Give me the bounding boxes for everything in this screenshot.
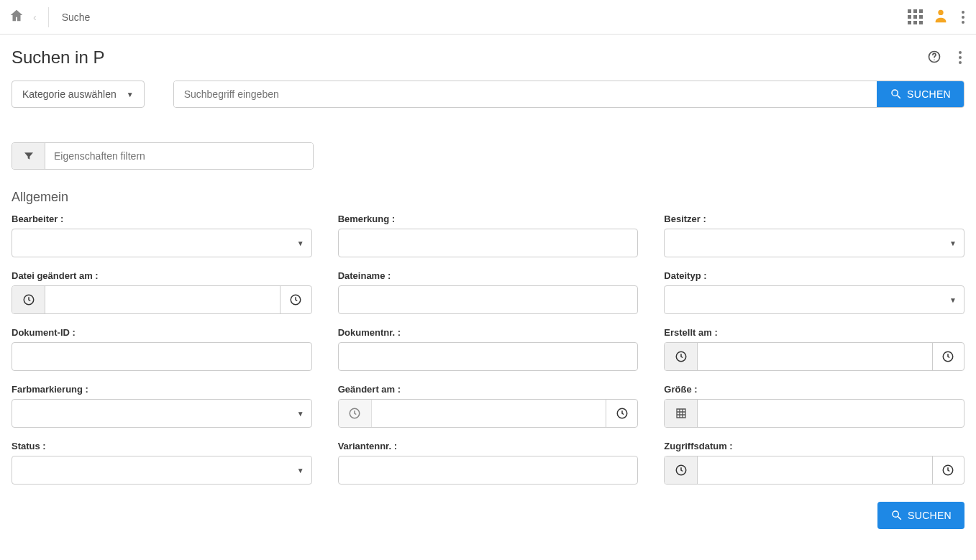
clock-picker-icon[interactable] (932, 456, 964, 484)
field-dateityp: Dateityp : ▼ (664, 270, 964, 314)
more-menu-icon[interactable] (959, 8, 967, 27)
control-besitzer[interactable]: ▼ (664, 229, 964, 257)
field-dokumentnr: Dokumentnr. : (338, 327, 639, 371)
svg-point-0 (938, 10, 943, 15)
input-bemerkung[interactable] (339, 229, 638, 257)
field-erstellt-am: Erstellt am : (664, 327, 964, 371)
back-icon[interactable]: ‹ (30, 12, 40, 23)
control-bemerkung[interactable] (338, 229, 639, 257)
label-datei-geaendert-am: Datei geändert am : (12, 270, 312, 281)
control-variantennr[interactable] (338, 456, 639, 485)
field-zugriffsdatum: Zugriffsdatum : (664, 441, 964, 485)
input-variantennr[interactable] (339, 456, 638, 484)
user-icon[interactable] (933, 8, 949, 26)
field-bemerkung: Bemerkung : (338, 214, 639, 257)
input-dateiname[interactable] (339, 286, 638, 313)
clock-picker-icon[interactable] (606, 400, 637, 427)
caret-down-icon[interactable]: ▼ (942, 286, 964, 313)
input-farbmarkierung[interactable] (12, 400, 290, 427)
label-farbmarkierung: Farbmarkierung : (12, 384, 312, 395)
label-variantennr: Variantennr. : (338, 441, 639, 451)
field-dokument-id: Dokument-ID : (12, 327, 312, 371)
field-dateiname: Dateiname : (338, 270, 639, 314)
search-button-label: SUCHEN (907, 88, 951, 100)
category-select[interactable]: Kategorie auswählen ▼ (12, 81, 145, 108)
input-besitzer[interactable] (665, 229, 942, 257)
input-dokument-id[interactable] (12, 343, 311, 370)
control-dateiname[interactable] (338, 285, 639, 314)
caret-down-icon[interactable]: ▼ (942, 229, 964, 257)
control-datei-geaendert-am[interactable] (12, 285, 312, 314)
control-dokumentnr[interactable] (338, 342, 639, 371)
clock-icon[interactable] (665, 456, 698, 484)
clock-icon (339, 400, 372, 427)
label-bearbeiter: Bearbeiter : (12, 214, 312, 224)
top-bar: ‹ Suche (0, 0, 976, 35)
filter-icon[interactable] (12, 143, 45, 169)
label-groesse: Größe : (664, 384, 964, 395)
label-besitzer: Besitzer : (664, 214, 964, 224)
control-geaendert-am[interactable] (338, 399, 639, 428)
caret-down-icon[interactable]: ▼ (290, 456, 311, 484)
clock-icon[interactable] (665, 343, 698, 370)
section-allgemein: Allgemein Bearbeiter : ▼ Bemerkung : Bes… (0, 175, 976, 490)
filter-input[interactable] (45, 143, 313, 169)
input-status[interactable] (12, 456, 290, 484)
input-erstellt-am[interactable] (698, 343, 932, 370)
filter-group (12, 142, 314, 170)
input-zugriffsdatum[interactable] (698, 456, 932, 484)
search-button[interactable]: SUCHEN (877, 81, 964, 107)
field-groesse: Größe : (664, 384, 964, 428)
table-icon[interactable] (665, 400, 698, 427)
search-row: Kategorie auswählen ▼ SUCHEN (0, 70, 976, 114)
section-title: Allgemein (12, 190, 964, 205)
field-datei-geaendert-am: Datei geändert am : (12, 270, 312, 314)
field-bearbeiter: Bearbeiter : ▼ (12, 214, 312, 257)
input-groesse[interactable] (698, 400, 964, 427)
divider (48, 7, 49, 27)
caret-down-icon[interactable]: ▼ (290, 400, 311, 427)
clock-picker-icon[interactable] (280, 286, 311, 313)
search-button-bottom-label: SUCHEN (908, 510, 952, 521)
label-erstellt-am: Erstellt am : (664, 327, 964, 338)
home-icon[interactable] (9, 8, 24, 26)
caret-down-icon[interactable]: ▼ (290, 229, 311, 257)
label-geaendert-am: Geändert am : (338, 384, 639, 395)
control-status[interactable]: ▼ (12, 456, 312, 485)
category-label: Kategorie auswählen (22, 88, 117, 100)
input-dateityp[interactable] (665, 286, 942, 313)
page-header: Suchen in P (0, 35, 976, 70)
control-erstellt-am[interactable] (664, 342, 964, 371)
clock-picker-icon[interactable] (932, 343, 964, 370)
page-more-icon[interactable] (956, 48, 964, 67)
control-farbmarkierung[interactable]: ▼ (12, 399, 312, 428)
field-geaendert-am: Geändert am : (338, 384, 639, 428)
label-status: Status : (12, 441, 312, 451)
input-datei-geaendert-am[interactable] (45, 286, 280, 313)
field-variantennr: Variantennr. : (338, 441, 639, 485)
control-bearbeiter[interactable]: ▼ (12, 229, 312, 257)
control-dateityp[interactable]: ▼ (664, 285, 964, 314)
field-status: Status : ▼ (12, 441, 312, 485)
field-besitzer: Besitzer : ▼ (664, 214, 964, 257)
input-dokumentnr[interactable] (339, 343, 638, 370)
search-button-bottom[interactable]: SUCHEN (877, 502, 964, 529)
label-dateiname: Dateiname : (338, 270, 639, 281)
apps-icon[interactable] (908, 9, 923, 24)
clock-icon[interactable] (12, 286, 45, 313)
page-title: Suchen in P (12, 47, 104, 68)
control-groesse[interactable] (664, 399, 964, 428)
breadcrumb[interactable]: Suche (62, 12, 91, 23)
label-dokumentnr: Dokumentnr. : (338, 327, 639, 338)
search-wrap: SUCHEN (173, 81, 964, 108)
label-dokument-id: Dokument-ID : (12, 327, 312, 338)
help-icon[interactable] (927, 50, 941, 66)
control-zugriffsdatum[interactable] (664, 456, 964, 485)
bottom-bar: SUCHEN (0, 490, 976, 543)
field-farbmarkierung: Farbmarkierung : ▼ (12, 384, 312, 428)
input-geaendert-am[interactable] (372, 400, 606, 427)
input-bearbeiter[interactable] (12, 229, 290, 257)
search-input[interactable] (174, 81, 877, 107)
control-dokument-id[interactable] (12, 342, 312, 371)
label-zugriffsdatum: Zugriffsdatum : (664, 441, 964, 451)
